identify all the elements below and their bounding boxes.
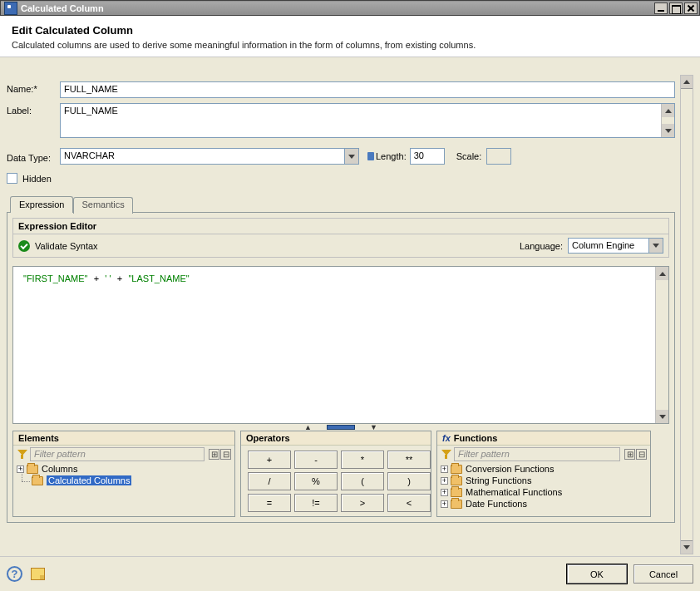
- expand-all-button[interactable]: ⊞: [209, 449, 219, 460]
- operator-button[interactable]: =: [248, 494, 291, 512]
- operator-button[interactable]: ): [387, 472, 431, 490]
- cancel-button[interactable]: Cancel: [633, 564, 693, 584]
- language-select[interactable]: Column Engine: [568, 238, 663, 254]
- tree-item-function-category[interactable]: +Mathematical Functions: [441, 486, 647, 498]
- tree-item-label: Date Functions: [466, 499, 527, 509]
- tree-toggle[interactable]: +: [441, 500, 448, 508]
- help-button[interactable]: ?: [7, 566, 22, 582]
- code-token: ' ': [105, 273, 111, 283]
- operator-button[interactable]: %: [294, 472, 338, 490]
- collapse-all-button[interactable]: ⊟: [220, 449, 231, 460]
- validate-icon: [18, 240, 30, 252]
- tree-toggle[interactable]: +: [441, 465, 448, 473]
- window-title: Calculated Column: [21, 3, 654, 13]
- elements-header: Elements: [13, 431, 234, 446]
- expand-all-button[interactable]: ⊞: [624, 449, 635, 460]
- tree-item-calculated-columns[interactable]: Calculated Columns: [32, 475, 231, 486]
- language-value: Column Engine: [572, 240, 634, 250]
- operator-button[interactable]: /: [248, 472, 291, 490]
- code-token: +: [94, 273, 99, 283]
- splitter-up-icon: ▲: [304, 423, 312, 431]
- length-input[interactable]: 30: [410, 148, 445, 165]
- tree-item-label: Calculated Columns: [47, 475, 131, 485]
- elements-filter-input[interactable]: Filter pattern: [30, 447, 205, 461]
- editor-scroll-down[interactable]: [656, 410, 668, 423]
- tab-bar: Expression Semantics: [10, 195, 693, 212]
- folder-icon: [451, 465, 462, 474]
- tree-item-label: Columns: [42, 464, 77, 474]
- operators-header: Operators: [241, 431, 431, 446]
- language-label: Language:: [520, 241, 563, 251]
- functions-filter-input[interactable]: Filter pattern: [454, 447, 620, 461]
- label-label: Label:: [7, 103, 60, 116]
- filter-icon: [441, 450, 452, 460]
- datatype-label: Data Type:: [7, 150, 60, 163]
- code-token: "LAST_NAME": [128, 273, 189, 283]
- label-textarea[interactable]: FULL_NAME: [60, 103, 675, 138]
- editor-scroll-up[interactable]: [656, 267, 668, 280]
- operator-button[interactable]: **: [387, 451, 431, 469]
- scroll-down-button[interactable]: [681, 540, 693, 554]
- operator-button[interactable]: +: [248, 451, 291, 469]
- expression-editor[interactable]: "FIRST_NAME" + ' ' + "LAST_NAME": [12, 266, 669, 424]
- datatype-dropdown-button[interactable]: [344, 149, 358, 164]
- hidden-checkbox[interactable]: [7, 173, 17, 184]
- dialog-header: Edit Calculated Column Calculated column…: [0, 16, 700, 57]
- splitter-down-icon: ▼: [370, 423, 377, 431]
- datatype-select[interactable]: NVARCHAR: [60, 148, 359, 165]
- folder-icon: [451, 476, 462, 485]
- operator-button[interactable]: >: [341, 494, 384, 512]
- tree-item-function-category[interactable]: +Conversion Functions: [441, 463, 647, 475]
- elements-panel: Elements Filter pattern ⊞ ⊟ + Columns: [12, 431, 235, 517]
- editor-scrollbar[interactable]: [655, 267, 668, 423]
- validate-syntax-link[interactable]: Validate Syntax: [35, 241, 98, 251]
- minimize-button[interactable]: [654, 2, 668, 14]
- splitter-grip[interactable]: [327, 425, 355, 430]
- code-token: +: [117, 273, 122, 283]
- page-subtitle: Calculated columns are used to derive so…: [12, 40, 688, 50]
- language-dropdown-button[interactable]: [648, 239, 663, 253]
- length-label: Length:: [376, 151, 407, 161]
- operators-panel: Operators +-***/%()=!=><: [240, 431, 431, 517]
- operator-button[interactable]: -: [294, 451, 338, 469]
- splitter[interactable]: ▲ ▼: [12, 424, 669, 431]
- length-icon: [367, 152, 374, 160]
- tab-expression[interactable]: Expression: [10, 196, 73, 213]
- folder-icon: [451, 488, 462, 497]
- code-token: "FIRST_NAME": [23, 273, 87, 283]
- label-scroll-down[interactable]: [662, 124, 674, 137]
- fx-icon: fx: [442, 433, 451, 443]
- folder-icon: [451, 500, 462, 509]
- label-scroll-up[interactable]: [662, 104, 674, 117]
- tree-item-label: Conversion Functions: [466, 464, 554, 474]
- scale-label: Scale:: [456, 151, 482, 161]
- maximize-button[interactable]: [669, 2, 683, 14]
- tree-item-label: String Functions: [466, 475, 531, 485]
- body-scrollbar[interactable]: [680, 75, 693, 554]
- close-button[interactable]: [684, 2, 698, 14]
- tree-toggle[interactable]: +: [441, 489, 448, 496]
- operator-button[interactable]: <: [387, 494, 431, 512]
- tree-item-columns[interactable]: + Columns: [17, 463, 231, 475]
- notes-button[interactable]: [31, 568, 45, 580]
- operator-button[interactable]: !=: [294, 494, 338, 512]
- title-bar[interactable]: Calculated Column: [0, 0, 700, 16]
- label-value: FULL_NAME: [64, 106, 118, 116]
- functions-panel: fxFunctions Filter pattern ⊞ ⊟ +Conversi…: [436, 431, 651, 517]
- label-scrollbar[interactable]: [661, 104, 674, 137]
- ok-button[interactable]: OK: [567, 564, 627, 584]
- scale-input[interactable]: [486, 148, 511, 165]
- tab-semantics[interactable]: Semantics: [73, 197, 132, 214]
- dialog-footer: ? OK Cancel: [0, 556, 700, 591]
- tree-item-function-category[interactable]: +Date Functions: [441, 498, 647, 510]
- tree-item-function-category[interactable]: +String Functions: [441, 475, 647, 486]
- tree-toggle[interactable]: +: [441, 477, 448, 485]
- name-input[interactable]: FULL_NAME: [60, 81, 675, 98]
- operator-button[interactable]: *: [341, 451, 384, 469]
- scroll-up-button[interactable]: [681, 76, 693, 89]
- expression-panel: Expression Editor Validate Syntax Langua…: [7, 212, 675, 523]
- tree-item-label: Mathematical Functions: [466, 487, 562, 497]
- operator-button[interactable]: (: [341, 472, 384, 490]
- collapse-all-button[interactable]: ⊟: [636, 449, 647, 460]
- hidden-label: Hidden: [22, 174, 52, 184]
